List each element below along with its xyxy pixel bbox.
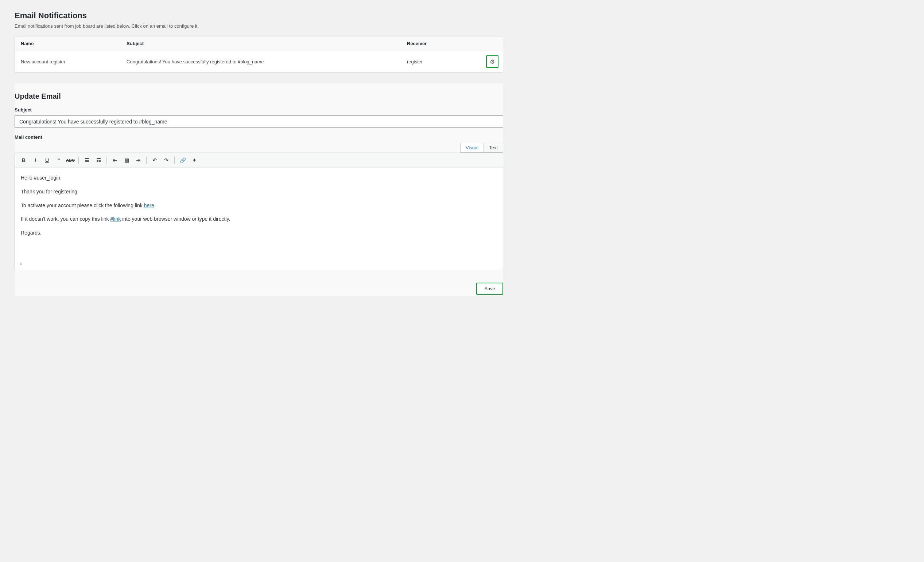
body-line3-pre: To activate your account please click th… [21, 203, 144, 208]
row-receiver: register [401, 51, 460, 72]
bold-icon: B [22, 157, 26, 163]
align-center-icon: ▤ [124, 157, 129, 163]
undo-icon: ↶ [152, 157, 157, 163]
align-right-icon: ⇥ [136, 157, 140, 163]
save-button[interactable]: Save [476, 282, 503, 294]
body-line4: If it doesn't work, you can copy this li… [21, 215, 497, 224]
editor-tab-row: Visual Text [15, 143, 503, 152]
redo-icon: ↷ [164, 157, 168, 163]
email-notifications-table: Name Subject Receiver New account regist… [15, 36, 503, 72]
row-subject: Congratulations! You have successfully r… [121, 51, 401, 72]
underline-button[interactable]: U [42, 155, 52, 165]
ordered-list-button[interactable]: ☶ [93, 155, 104, 165]
blockquote-button[interactable]: “ [54, 155, 64, 165]
col-receiver: Receiver [401, 36, 460, 51]
link-icon: 🔗 [180, 157, 186, 163]
subject-group: Subject [15, 107, 503, 128]
italic-icon: I [34, 157, 36, 163]
body-line4-post: into your web browser window or type it … [121, 216, 230, 222]
gear-icon: ⚙ [490, 58, 495, 65]
update-email-title: Update Email [15, 92, 503, 100]
ordered-list-icon: ☶ [96, 157, 101, 163]
col-action [460, 36, 503, 51]
row-action-cell: ⚙ [460, 51, 503, 72]
undo-button[interactable]: ↶ [150, 155, 160, 165]
align-right-button[interactable]: ⇥ [133, 155, 143, 165]
table-header-row: Name Subject Receiver [15, 36, 503, 51]
unordered-list-icon: ☰ [85, 157, 89, 163]
configure-button[interactable]: ⚙ [486, 55, 498, 68]
editor-body[interactable]: Hello #user_login, Thank you for registe… [15, 168, 503, 270]
toolbar-sep-2 [106, 157, 107, 164]
tab-visual[interactable]: Visual [460, 143, 483, 152]
editor-container: B I U “ ABC ☰ [15, 152, 503, 270]
italic-button[interactable]: I [30, 155, 40, 165]
mail-content-group: Mail content Visual Text B I U [15, 135, 503, 270]
fullscreen-icon: ✦ [192, 157, 196, 163]
table-row: New account register Congratulations! Yo… [15, 51, 503, 72]
save-row: Save [15, 277, 503, 296]
body-line2: Thank you for registering. [21, 188, 497, 196]
page-title: Email Notifications [15, 11, 503, 20]
update-email-section: Update Email Subject Mail content Visual… [15, 84, 503, 296]
tab-text[interactable]: Text [483, 143, 503, 152]
body-line3-post: . [154, 203, 156, 208]
subject-input[interactable] [15, 115, 503, 128]
editor-toolbar: B I U “ ABC ☰ [15, 153, 503, 168]
body-line4-pre: If it doesn't work, you can copy this li… [21, 216, 110, 222]
toolbar-sep-4 [174, 157, 175, 164]
row-name: New account register [15, 51, 121, 72]
page-subtitle: Email notifications sent from job board … [15, 23, 503, 29]
editor-p-indicator: p [20, 260, 22, 267]
body-line5: Regards, [21, 229, 497, 238]
link-button[interactable]: 🔗 [178, 155, 188, 165]
redo-button[interactable]: ↷ [161, 155, 171, 165]
body-line1: Hello #user_login, [21, 174, 497, 182]
subject-label: Subject [15, 107, 503, 112]
strikethrough-button[interactable]: ABC [65, 155, 75, 165]
unordered-list-button[interactable]: ☰ [82, 155, 92, 165]
underline-icon: U [45, 157, 49, 163]
body-line4-link[interactable]: #link [110, 216, 121, 222]
toolbar-sep-3 [146, 157, 147, 164]
strikethrough-icon: ABC [66, 158, 75, 163]
body-line3: To activate your account please click th… [21, 202, 497, 210]
col-subject: Subject [121, 36, 401, 51]
col-name: Name [15, 36, 121, 51]
align-left-icon: ⇤ [112, 157, 117, 163]
align-center-button[interactable]: ▤ [122, 155, 132, 165]
blockquote-icon: “ [58, 157, 60, 163]
mail-content-label: Mail content [15, 135, 503, 140]
toolbar-sep-1 [78, 157, 79, 164]
fullscreen-button[interactable]: ✦ [189, 155, 200, 165]
align-left-button[interactable]: ⇤ [110, 155, 120, 165]
body-line3-link[interactable]: here [144, 203, 154, 208]
bold-button[interactable]: B [19, 155, 29, 165]
